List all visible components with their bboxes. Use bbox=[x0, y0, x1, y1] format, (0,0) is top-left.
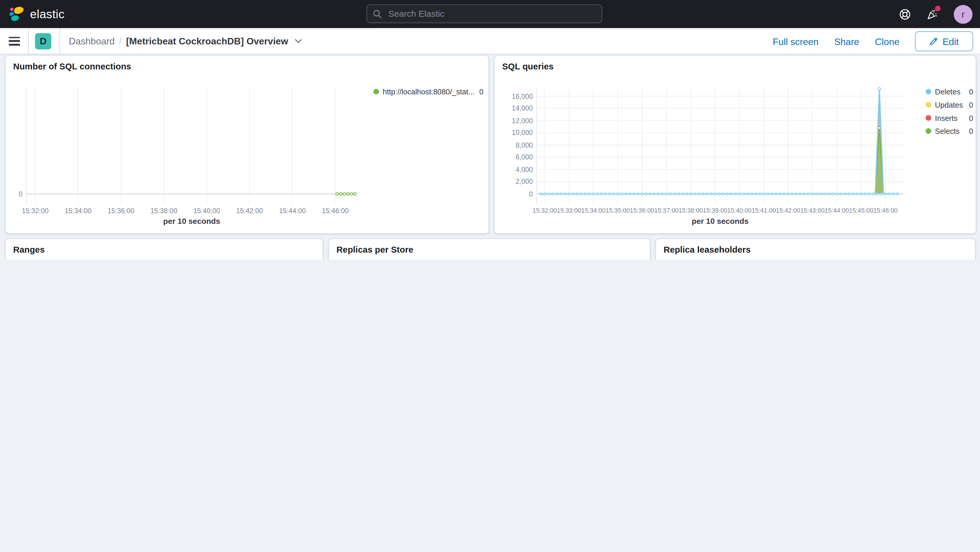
legend-color-dot bbox=[374, 89, 379, 94]
legend-color-dot bbox=[926, 128, 931, 134]
share-button[interactable]: Share bbox=[834, 36, 859, 46]
search-input[interactable] bbox=[387, 8, 596, 19]
x-axis-tick-label: 15:40:00 bbox=[186, 207, 228, 215]
legend-value: 0 bbox=[969, 113, 973, 122]
legend-item[interactable]: http://localhost:8080/_stat...0 bbox=[374, 86, 484, 97]
x-axis-tick-label: 15:38:00 bbox=[143, 207, 185, 215]
chart-plot-area[interactable] bbox=[656, 239, 975, 260]
x-axis-tick-label: 15:46:00 bbox=[314, 207, 357, 215]
notification-dot bbox=[935, 5, 940, 11]
breadcrumb: Dashboard / [Metricbeat CockroachDB] Ove… bbox=[69, 36, 302, 46]
y-axis-tick-label: 10,000 bbox=[500, 129, 533, 137]
x-axis-tick-label: 15:34:00 bbox=[57, 207, 99, 215]
app-header: elastic bbox=[0, 0, 980, 28]
kibana-dashboard-page: elastic bbox=[0, 0, 980, 260]
chart-legend: http://localhost:8080/_stat...0 bbox=[374, 86, 484, 97]
legend-color-dot bbox=[926, 89, 931, 94]
y-axis-tick-label: 6,000 bbox=[500, 153, 533, 162]
life-ring-icon bbox=[899, 8, 911, 21]
legend-label: Inserts bbox=[935, 113, 965, 122]
chevron-down-icon[interactable] bbox=[294, 38, 302, 43]
x-axis-tick-label: 15:46:00 bbox=[864, 207, 907, 214]
toolbar-actions: Full screen Share Clone Edit bbox=[773, 28, 973, 54]
edit-button-label: Edit bbox=[943, 36, 959, 46]
x-axis-title: per 10 seconds bbox=[26, 217, 357, 226]
legend-label: Updates bbox=[935, 100, 965, 109]
y-axis-tick-label: 4,000 bbox=[500, 165, 533, 174]
x-axis-tick-label: 15:42:00 bbox=[228, 207, 271, 215]
legend-item[interactable]: Selects0 bbox=[926, 124, 973, 138]
brand-name: elastic bbox=[30, 7, 65, 21]
y-axis-tick-label: 12,000 bbox=[500, 116, 533, 125]
legend-value: 0 bbox=[969, 87, 973, 96]
legend-item[interactable]: Updates0 bbox=[926, 98, 973, 111]
y-axis-tick-label: 0 bbox=[500, 189, 533, 198]
legend-value: 0 bbox=[969, 127, 973, 135]
legend-item[interactable]: Inserts0 bbox=[926, 111, 973, 125]
panel-number-of-sql-connections[interactable]: Number of SQL connections 015:32:0015:34… bbox=[5, 55, 489, 234]
divider bbox=[59, 28, 60, 54]
legend-color-dot bbox=[926, 115, 931, 121]
dashboard-badge[interactable]: D bbox=[35, 33, 51, 49]
panel-ranges[interactable]: Ranges 0102030405060708015:32:0015:34:00… bbox=[5, 238, 323, 260]
elastic-logo-icon bbox=[8, 6, 25, 22]
y-axis-tick-label: 16,000 bbox=[500, 92, 533, 100]
chart-plot-area[interactable] bbox=[329, 239, 651, 260]
chart-plot-area[interactable] bbox=[6, 239, 323, 260]
legend-value: 0 bbox=[969, 100, 973, 109]
edit-button[interactable]: Edit bbox=[915, 31, 973, 51]
y-axis-tick-label: 8,000 bbox=[500, 141, 533, 150]
panel-sql-queries[interactable]: SQL queries 02,0004,0006,0008,00010,0001… bbox=[494, 55, 976, 234]
page-title: [Metricbeat CockroachDB] Overview bbox=[126, 36, 288, 46]
menu-button[interactable] bbox=[9, 37, 20, 45]
elastic-logo[interactable]: elastic bbox=[8, 6, 65, 22]
newsfeed-button[interactable] bbox=[926, 8, 939, 21]
legend-value: 0 bbox=[479, 87, 484, 96]
header-actions: r bbox=[899, 0, 972, 28]
pencil-icon bbox=[929, 37, 938, 46]
breadcrumb-separator: / bbox=[119, 36, 122, 46]
global-search[interactable] bbox=[366, 5, 602, 23]
x-axis-tick-label: 15:36:00 bbox=[100, 207, 142, 215]
clone-button[interactable]: Clone bbox=[875, 36, 899, 46]
legend-label: http://localhost:8080/_stat... bbox=[383, 87, 476, 96]
legend-color-dot bbox=[926, 102, 931, 108]
panel-replica-leaseholders[interactable]: Replica leaseholders 0102030405060708015… bbox=[655, 238, 975, 260]
y-axis-tick-label: 2,000 bbox=[500, 177, 533, 186]
chart-legend: Deletes0Updates0Inserts0Selects0 bbox=[926, 85, 973, 138]
breadcrumb-dashboard-link[interactable]: Dashboard bbox=[69, 36, 115, 46]
legend-label: Selects bbox=[935, 127, 965, 135]
y-axis-tick-label: 0 bbox=[6, 189, 22, 198]
user-avatar[interactable]: r bbox=[954, 5, 973, 24]
x-axis-title: per 10 seconds bbox=[537, 217, 904, 226]
dashboard-toolbar: D Dashboard / [Metricbeat CockroachDB] O… bbox=[0, 28, 980, 54]
search-icon bbox=[373, 9, 382, 19]
x-axis-tick-label: 15:44:00 bbox=[271, 207, 314, 215]
legend-label: Deletes bbox=[935, 87, 965, 96]
x-axis-tick-label: 15:32:00 bbox=[14, 207, 56, 215]
divider bbox=[28, 28, 29, 54]
help-button[interactable] bbox=[899, 8, 911, 21]
y-axis-tick-label: 14,000 bbox=[500, 104, 533, 113]
full-screen-button[interactable]: Full screen bbox=[773, 36, 819, 46]
panel-replicas-per-store[interactable]: Replicas per Store 0102030405060708015:3… bbox=[328, 238, 651, 260]
legend-item[interactable]: Deletes0 bbox=[926, 85, 973, 98]
